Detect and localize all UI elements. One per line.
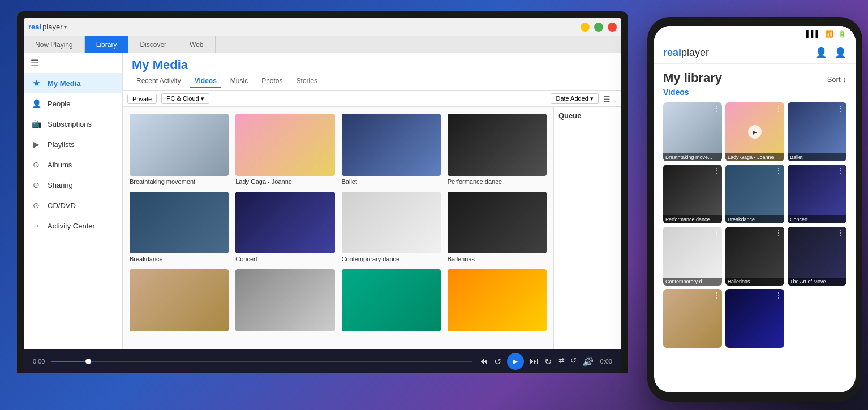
thumb-image-7 [448, 192, 547, 254]
tab-stories[interactable]: Stories [292, 75, 322, 88]
repeat-icon[interactable]: ↺ [570, 356, 577, 367]
video-thumb-8[interactable] [130, 269, 229, 331]
phone-status-bar: ▌▌▌ 📶 🔋 [654, 26, 856, 42]
sidebar-item-cd-dvd[interactable]: ⊙ CD/DVD [24, 195, 122, 215]
video-thumb-11[interactable] [448, 269, 547, 331]
rewind-icon[interactable]: ↺ [494, 356, 501, 367]
playback-controls: ⏮ ↺ ▶ ⏭ ↻ [479, 353, 552, 370]
tab-library[interactable]: Library [85, 36, 129, 53]
phone-thumb-label-7: Ballerinas [725, 278, 784, 286]
sort-button[interactable]: Sort ↕ [827, 75, 846, 84]
thumb-more-icon-1[interactable]: ⋮ [775, 105, 782, 113]
phone-thumb-1[interactable]: ▶Lady Gaga - Joanne⋮ [725, 102, 784, 161]
grid-sort-icon[interactable]: ↓ [613, 94, 617, 103]
phone-logo-real: real [663, 47, 681, 58]
phone-logo: realplayer [663, 47, 709, 59]
thumb-more-icon-6[interactable]: ⋮ [713, 229, 720, 237]
main-content: ☰ ★ My Media 👤 People 📺 Subscriptions [24, 53, 621, 349]
volume-icon[interactable]: 🔊 [582, 356, 594, 367]
video-thumb-9[interactable] [235, 269, 334, 331]
phone-thumb-7[interactable]: Ballerinas⋮ [725, 227, 784, 286]
sidebar-item-activity-center[interactable]: ↔ Activity Center [24, 215, 122, 236]
tab-music[interactable]: Music [226, 75, 252, 88]
phone-header: realplayer 👤 👤 [654, 42, 856, 64]
phone-thumb-label-2: Ballet [788, 153, 846, 161]
tab-web[interactable]: Web [178, 36, 215, 53]
phone-thumb-5[interactable]: Concert⋮ [788, 165, 846, 223]
phone-header-icons: 👤 👤 [815, 46, 846, 59]
thumb-image-8 [130, 269, 229, 331]
tab-photos[interactable]: Photos [257, 75, 287, 88]
sidebar-item-albums[interactable]: ⊙ Albums [24, 154, 122, 175]
thumb-more-icon-5[interactable]: ⋮ [837, 167, 844, 175]
phone-thumb-4[interactable]: Breakdance⋮ [725, 165, 784, 223]
subscriptions-icon: 📺 [31, 118, 42, 130]
phone-content: My library Sort ↕ Videos Breathtaking mo… [654, 64, 856, 392]
phone-thumb-2[interactable]: Ballet⋮ [788, 102, 846, 161]
phone-account-icon[interactable]: 👤 [834, 46, 846, 59]
thumb-image-4 [130, 192, 229, 254]
thumb-more-icon-3[interactable]: ⋮ [713, 167, 720, 175]
refresh-icon[interactable]: ↻ [544, 356, 552, 367]
video-thumb-10[interactable] [342, 269, 441, 331]
thumb-more-icon-4[interactable]: ⋮ [775, 167, 782, 175]
forward-icon[interactable]: ⏭ [530, 356, 539, 366]
maximize-button[interactable] [594, 23, 603, 32]
hamburger-menu-button[interactable]: ☰ [24, 53, 122, 73]
sidebar-item-my-media[interactable]: ★ My Media [24, 73, 122, 93]
video-thumb-0[interactable]: Breathtaking movement [130, 114, 229, 185]
phone-profile-icon[interactable]: 👤 [815, 46, 827, 59]
phone-thumb-6[interactable]: Contemporary d...⋮ [663, 227, 722, 286]
thumb-more-icon-10[interactable]: ⋮ [775, 291, 782, 299]
sidebar-item-playlists[interactable]: ▶ Playlists [24, 134, 122, 154]
private-button[interactable]: Private [127, 94, 157, 104]
thumb-more-icon-9[interactable]: ⋮ [713, 291, 720, 299]
sidebar-item-people[interactable]: 👤 People [24, 93, 122, 114]
thumb-more-icon-8[interactable]: ⋮ [837, 229, 844, 237]
thumb-more-icon-0[interactable]: ⋮ [713, 105, 720, 113]
progress-bar[interactable] [51, 361, 472, 362]
video-thumb-6[interactable]: Contemporary dance [342, 192, 441, 263]
video-thumb-5[interactable]: Concert [235, 192, 334, 263]
my-media-icon: ★ [31, 77, 42, 89]
time-start: 0:00 [33, 358, 45, 365]
library-title: My Media [132, 58, 612, 72]
nav-tabs: Now Playing Library Discover Web [24, 36, 621, 53]
thumb-label-0: Breathtaking movement [130, 178, 229, 185]
tab-now-playing[interactable]: Now Playing [24, 36, 85, 53]
video-thumb-2[interactable]: Ballet [342, 114, 441, 185]
phone-thumb-8[interactable]: The Art of Move...⋮ [788, 227, 846, 286]
play-overlay-1[interactable]: ▶ [748, 125, 762, 139]
logo-chevron-icon[interactable]: ▾ [64, 24, 67, 30]
phone-frame: ▌▌▌ 📶 🔋 realplayer 👤 👤 My library [647, 17, 862, 402]
video-thumb-4[interactable]: Breakdance [130, 192, 229, 263]
shuffle-icon[interactable]: ⇄ [558, 356, 565, 367]
thumb-image-11 [448, 269, 547, 331]
thumb-label-4: Breakdance [130, 256, 229, 262]
prev-icon[interactable]: ⏮ [479, 356, 488, 366]
activity-center-icon: ↔ [31, 220, 42, 231]
phone-thumb-0[interactable]: Breathtaking move...⋮ [663, 102, 722, 161]
thumb-more-icon-2[interactable]: ⋮ [837, 105, 844, 113]
video-thumb-1[interactable]: Lady Gaga - Joanne [235, 114, 334, 185]
date-sort-button[interactable]: Date Added ▾ [551, 93, 599, 104]
thumb-more-icon-7[interactable]: ⋮ [775, 229, 782, 237]
tab-discover[interactable]: Discover [128, 36, 178, 53]
minimize-button[interactable] [581, 23, 590, 32]
phone-thumb-3[interactable]: Performance dance⋮ [663, 165, 722, 223]
video-thumb-7[interactable]: Ballerinas [448, 192, 547, 263]
list-view-icon[interactable]: ☰ [603, 94, 611, 103]
phone-thumb-9[interactable]: ⋮ [663, 289, 722, 348]
phone-thumb-label-1: Lady Gaga - Joanne [725, 153, 784, 161]
queue-title: Queue [558, 111, 617, 120]
thumb-image-9 [235, 269, 334, 331]
phone-thumb-10[interactable]: ⋮ [725, 289, 784, 348]
tab-videos[interactable]: Videos [190, 75, 221, 88]
close-button[interactable] [608, 23, 617, 32]
sidebar-item-sharing[interactable]: ⊖ Sharing [24, 175, 122, 195]
tab-recent-activity[interactable]: Recent Activity [132, 75, 186, 88]
video-thumb-3[interactable]: Performance dance [448, 114, 547, 185]
play-button[interactable]: ▶ [507, 353, 524, 370]
cloud-button[interactable]: PC & Cloud ▾ [161, 93, 209, 104]
sidebar-item-subscriptions[interactable]: 📺 Subscriptions [24, 114, 122, 134]
